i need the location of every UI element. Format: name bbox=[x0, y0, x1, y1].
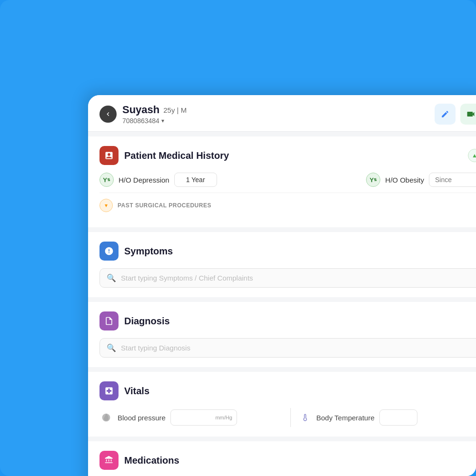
blood-pressure-item: Blood pressure mm/Hg bbox=[99, 409, 283, 426]
vitals-icon bbox=[99, 381, 119, 400]
diagnosis-header: Diagnosis bbox=[99, 311, 476, 330]
vitals-icon-svg bbox=[104, 386, 114, 396]
collapse-icon: ▲ bbox=[472, 152, 476, 159]
obesity-duration-input[interactable] bbox=[429, 173, 476, 187]
symptoms-search-row[interactable]: 🔍 Start typing Symptoms / Chief Complain… bbox=[99, 268, 476, 288]
blood-pressure-unit: mm/Hg bbox=[215, 415, 232, 420]
diagnosis-title: Diagnosis bbox=[124, 316, 476, 327]
blood-pressure-icon bbox=[99, 411, 113, 424]
depression-duration-input[interactable] bbox=[174, 173, 217, 187]
video-button[interactable] bbox=[460, 104, 476, 125]
symptoms-header: Symptoms bbox=[99, 242, 476, 261]
diagnosis-search-icon: 🔍 bbox=[107, 343, 116, 352]
edit-button[interactable] bbox=[435, 104, 456, 125]
conditions-row: Y ⇅ H/O Depression Y ⇅ H/O Obesity bbox=[99, 173, 476, 193]
back-button[interactable] bbox=[99, 106, 117, 123]
edit-icon bbox=[441, 110, 449, 118]
diagnosis-search-placeholder: Start typing Diagnosis bbox=[121, 344, 190, 352]
collapse-button[interactable]: ▲ bbox=[468, 149, 476, 162]
y-badge-depression: Y ⇅ bbox=[99, 173, 114, 187]
diagnosis-icon bbox=[99, 311, 119, 330]
medical-history-title: Patient Medical History bbox=[124, 150, 462, 161]
y-badge-label-obesity: Y bbox=[369, 176, 374, 184]
condition-name-depression: H/O Depression bbox=[119, 176, 169, 184]
patient-age-gender: 25y | M bbox=[163, 106, 187, 114]
medications-section: Medications bbox=[88, 441, 476, 476]
medications-icon-svg bbox=[104, 456, 114, 465]
condition-obesity: Y ⇅ H/O Obesity bbox=[366, 173, 476, 187]
medications-icon bbox=[99, 451, 119, 470]
patient-phone: 7080863484 bbox=[122, 117, 159, 125]
patient-phone-row[interactable]: 7080863484 ▾ bbox=[122, 117, 429, 125]
condition-name-obesity: H/O Obesity bbox=[385, 176, 424, 184]
diagnosis-icon-svg bbox=[104, 316, 114, 326]
expand-circle[interactable]: ▾ bbox=[99, 199, 113, 212]
y-badge-obesity: Y ⇅ bbox=[366, 173, 380, 187]
blood-pressure-input-wrapper: mm/Hg bbox=[170, 409, 237, 426]
vitals-section: Vitals Blood pressure bbox=[88, 372, 476, 437]
symptoms-search-placeholder: Start typing Symptoms / Chief Complaints bbox=[121, 274, 253, 282]
vitals-separator bbox=[290, 408, 291, 427]
diagnosis-section: Diagnosis 🔍 Start typing Diagnosis bbox=[88, 302, 476, 367]
medical-history-icon bbox=[99, 146, 119, 165]
thermometer-icon bbox=[301, 412, 309, 423]
vitals-row: Blood pressure mm/Hg bbox=[99, 408, 476, 427]
body-temperature-item: Body Temperature bbox=[298, 409, 476, 426]
medications-header: Medications bbox=[99, 451, 476, 470]
condition-depression: Y ⇅ H/O Depression bbox=[99, 173, 217, 187]
body-temperature-icon bbox=[298, 411, 312, 424]
medications-title: Medications bbox=[124, 455, 476, 466]
content-area: Patient Medical History ▲ Y ⇅ H/O Depres… bbox=[88, 132, 476, 476]
video-icon bbox=[466, 109, 476, 119]
y-badge-label: Y bbox=[103, 176, 107, 184]
diagnosis-search-row[interactable]: 🔍 Start typing Diagnosis bbox=[99, 338, 476, 358]
phone-chevron-icon: ▾ bbox=[161, 117, 164, 124]
past-surgical-row[interactable]: ▾ PAST SURGICAL PROCEDURES bbox=[99, 193, 476, 218]
symptoms-icon-svg bbox=[104, 246, 114, 256]
vitals-title: Vitals bbox=[124, 386, 476, 397]
blood-pressure-label: Blood pressure bbox=[118, 414, 166, 422]
symptoms-title: Symptoms bbox=[124, 246, 476, 257]
blood-drop-icon bbox=[101, 412, 111, 423]
symptoms-section: Symptoms 🔍 Start typing Symptoms / Chief… bbox=[88, 232, 476, 297]
patient-name: Suyash bbox=[122, 104, 159, 116]
header-actions bbox=[435, 104, 476, 125]
symptoms-icon bbox=[99, 242, 119, 261]
device-card: Suyash 25y | M 7080863484 ▾ bbox=[88, 95, 476, 476]
sort-arrows: ⇅ bbox=[107, 178, 110, 182]
patient-info: Suyash 25y | M 7080863484 ▾ bbox=[122, 104, 429, 125]
medical-icon-svg bbox=[104, 151, 114, 160]
vitals-header: Vitals bbox=[99, 381, 476, 400]
body-temperature-input[interactable] bbox=[379, 409, 417, 426]
medical-history-section: Patient Medical History ▲ Y ⇅ H/O Depres… bbox=[88, 136, 476, 227]
body-temperature-label: Body Temperature bbox=[317, 414, 375, 422]
back-icon bbox=[104, 110, 112, 118]
header: Suyash 25y | M 7080863484 ▾ bbox=[88, 95, 476, 132]
patient-name-row: Suyash 25y | M bbox=[122, 104, 429, 116]
expand-icon: ▾ bbox=[105, 202, 108, 209]
symptoms-search-icon: 🔍 bbox=[107, 273, 116, 282]
medical-history-header: Patient Medical History ▲ bbox=[99, 146, 476, 165]
past-surgical-label: PAST SURGICAL PROCEDURES bbox=[118, 202, 211, 209]
sort-arrows-obesity: ⇅ bbox=[374, 178, 377, 182]
